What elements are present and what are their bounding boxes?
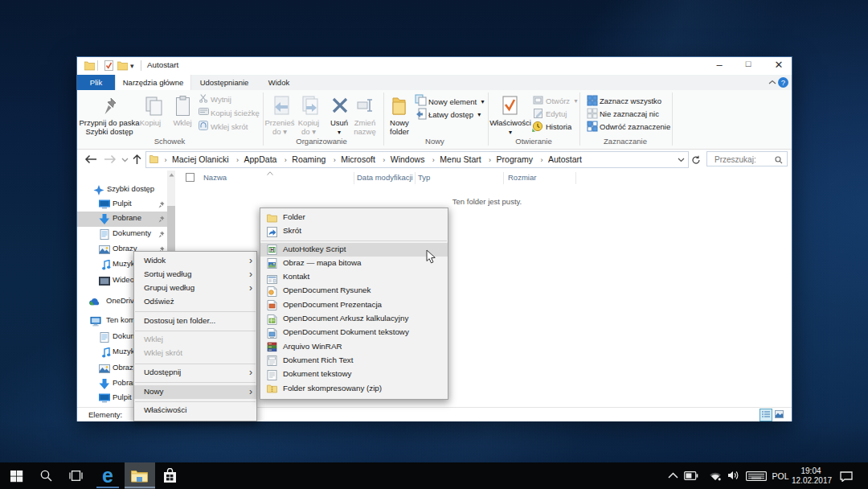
svg-text:H: H: [270, 247, 274, 253]
svg-text:?: ?: [781, 78, 785, 87]
